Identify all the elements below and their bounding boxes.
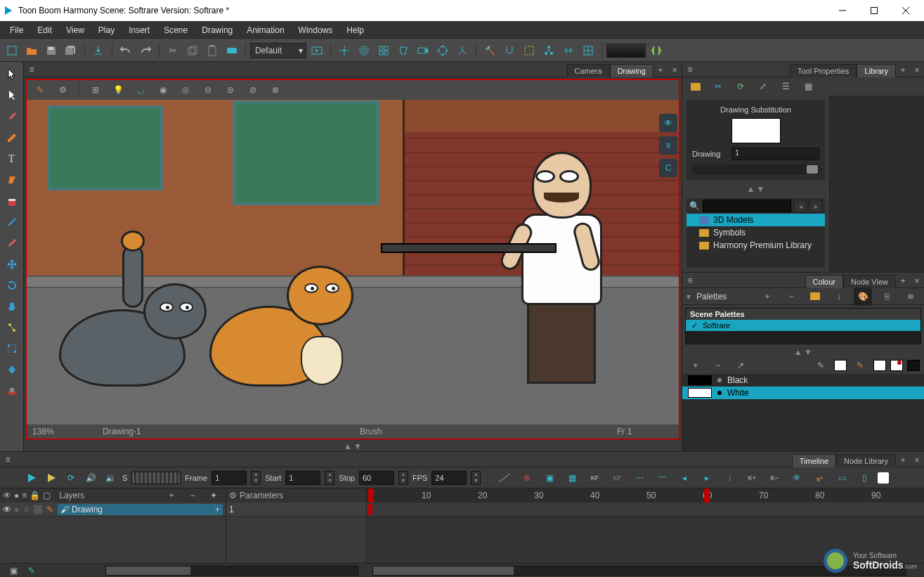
pencil-tool-icon[interactable] — [4, 129, 20, 146]
maximize-button[interactable] — [858, 0, 890, 21]
ds-drawing-input[interactable]: 1 — [731, 148, 819, 160]
tl-next-icon[interactable]: ▸ — [698, 469, 716, 487]
sw-pencil-icon[interactable]: ✎ — [851, 356, 869, 375]
paste-icon[interactable] — [203, 41, 221, 60]
param-row[interactable]: 1 — [226, 503, 366, 517]
save-icon[interactable] — [42, 41, 60, 60]
tl-kplus-icon[interactable]: K+ — [743, 469, 761, 487]
render-icon[interactable] — [308, 41, 326, 60]
vp-disc-5-icon[interactable]: ⊜ — [221, 81, 240, 99]
import-icon[interactable] — [89, 41, 108, 60]
vp-disc-2-icon[interactable]: ◉ — [154, 81, 172, 99]
grid-icon[interactable] — [375, 41, 393, 60]
vp-light-icon[interactable]: 💡 — [109, 81, 127, 99]
pivot-icon[interactable] — [335, 41, 353, 60]
hierarchy-icon[interactable] — [540, 41, 558, 60]
slider-knob[interactable] — [807, 165, 818, 174]
vp-disc-4-icon[interactable]: ⊝ — [199, 81, 217, 99]
pal-remove-icon[interactable]: − — [782, 287, 800, 306]
close-tab-icon[interactable]: × — [910, 453, 924, 467]
stop-spinner[interactable]: ▲▼ — [398, 471, 408, 485]
swatch-white[interactable] — [834, 360, 847, 371]
lib-refresh-icon[interactable]: ⟳ — [731, 77, 750, 96]
timeline-track[interactable] — [367, 503, 924, 517]
pal-clone-icon[interactable]: ⎘ — [878, 287, 896, 306]
onion-col-icon[interactable]: 🔒 — [30, 491, 40, 500]
close-tab-icon[interactable]: × — [668, 63, 682, 77]
menu-drawing[interactable]: Drawing — [195, 22, 240, 38]
onion-icon[interactable] — [355, 41, 373, 60]
paint-tool-icon[interactable] — [4, 193, 20, 209]
kf-delete-icon[interactable]: ⊗ — [518, 469, 536, 487]
add-tab-icon[interactable]: + — [896, 274, 910, 288]
scrollbar-thumb[interactable] — [373, 566, 514, 575]
tab-colour[interactable]: Colour — [805, 275, 843, 288]
curve-icon[interactable] — [495, 469, 514, 487]
contour-tool-icon[interactable] — [4, 87, 20, 104]
move-tool-icon[interactable] — [4, 256, 20, 273]
tab-library[interactable]: Library — [857, 64, 896, 77]
kf-label-icon[interactable]: KF — [585, 469, 604, 487]
vp-disc-3-icon[interactable]: ◎ — [176, 81, 195, 99]
close-tab-icon[interactable]: × — [910, 63, 924, 77]
lib-list-icon[interactable]: ☰ — [776, 77, 795, 96]
menu-edit[interactable]: Edit — [30, 22, 59, 38]
menu-animation[interactable]: Animation — [240, 22, 291, 38]
splitter[interactable]: ▲▼ — [687, 184, 825, 194]
rig-tool-icon[interactable] — [4, 319, 20, 336]
open-icon[interactable] — [22, 41, 41, 60]
sound-scrub-icon[interactable]: 🔉 — [103, 470, 118, 486]
menu-file[interactable]: File — [3, 22, 30, 38]
undo-icon[interactable] — [117, 41, 135, 60]
mesh-icon[interactable] — [579, 41, 597, 60]
vp-grid-icon[interactable]: ⊞ — [86, 81, 105, 99]
panel-menu-icon[interactable]: ≡ — [682, 273, 698, 288]
loop-icon[interactable]: ⟳ — [63, 470, 79, 486]
close-tab-icon[interactable]: × — [910, 274, 924, 288]
tree-item-symbols[interactable]: Symbols — [687, 226, 825, 239]
minimize-button[interactable] — [826, 0, 858, 21]
layer-pencil-icon[interactable]: ✎ — [45, 500, 55, 519]
menu-windows[interactable]: Windows — [292, 22, 340, 38]
splitter[interactable]: ▲▼ — [24, 441, 682, 451]
align-icon[interactable] — [559, 41, 578, 60]
brush-tool-icon[interactable] — [4, 108, 20, 125]
add-tab-icon[interactable]: + — [896, 63, 910, 77]
kf-label-2-icon[interactable]: KF — [608, 469, 626, 487]
palette-item-softrare[interactable]: Softrare — [686, 320, 920, 331]
colour-row-black[interactable]: Black — [682, 374, 924, 387]
vp-tool-1-icon[interactable]: ✎ — [31, 81, 49, 99]
menu-view[interactable]: View — [59, 22, 91, 38]
preset-dropdown[interactable]: Default▾ — [250, 43, 306, 58]
layer-row-drawing[interactable]: 👁 ● ≡ ✎ 🖌 Drawing + — [0, 503, 226, 517]
layer-add-drawing-icon[interactable]: + — [215, 505, 220, 514]
range-end[interactable] — [704, 488, 710, 503]
tl-z-icon[interactable]: ⥵ — [810, 469, 828, 487]
tl-stack-icon[interactable]: ▯ — [855, 469, 873, 487]
layer-vis-icon[interactable]: 👁 — [3, 505, 11, 514]
camera-tool-icon[interactable] — [414, 41, 432, 60]
params-icon[interactable]: ⚙ — [229, 491, 237, 500]
panel-menu-icon[interactable]: ≡ — [682, 62, 698, 77]
lib-cut-icon[interactable]: ✂ — [709, 77, 727, 96]
lib-expand-icon[interactable]: ⤢ — [754, 77, 772, 96]
tab-node-view[interactable]: Node View — [843, 275, 896, 288]
transform-tool-icon[interactable] — [4, 340, 20, 357]
close-button[interactable] — [890, 0, 921, 21]
save-all-icon[interactable] — [62, 41, 80, 60]
kite-tool-icon[interactable] — [4, 361, 20, 378]
pal-add-icon[interactable]: + — [758, 287, 776, 306]
layers-icon[interactable]: ≡ — [659, 136, 677, 155]
tl-brush-icon[interactable]: ✎ — [22, 562, 41, 578]
tree-next-icon[interactable]: ▸ — [809, 200, 822, 212]
frame-input[interactable]: 1 — [212, 471, 247, 485]
sw-add-icon[interactable]: + — [687, 356, 705, 375]
start-input[interactable]: 1 — [285, 471, 320, 485]
playhead[interactable] — [368, 488, 374, 503]
perspective-icon[interactable] — [394, 41, 412, 60]
add-tab-icon[interactable]: + — [896, 453, 910, 467]
kf-mode-1-icon[interactable]: ▣ — [540, 469, 559, 487]
tree-item-harmony-lib[interactable]: Harmony Premium Library — [687, 239, 825, 252]
gradient-swatch[interactable] — [606, 44, 646, 58]
hammer-icon[interactable]: 🔨 — [481, 41, 499, 60]
